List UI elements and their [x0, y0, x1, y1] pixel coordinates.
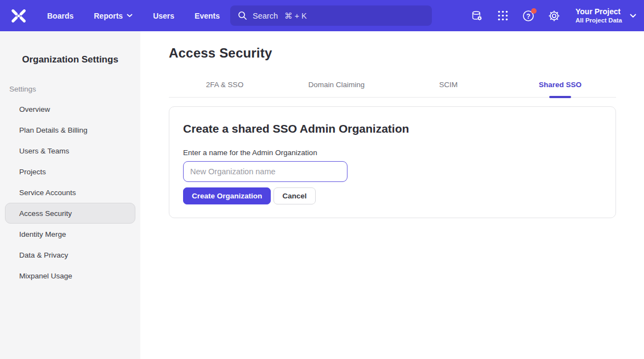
search-shortcut: ⌘ + K: [284, 12, 307, 20]
sidebar-item-identity-merge[interactable]: Identity Merge: [5, 224, 135, 244]
sidebar-item-service-accounts[interactable]: Service Accounts: [5, 182, 135, 203]
sidebar-item-users-teams[interactable]: Users & Teams: [5, 140, 135, 161]
card-actions: Create Organization Cancel: [183, 187, 602, 204]
sidebar-item-access-security[interactable]: Access Security: [5, 203, 135, 224]
nav-events[interactable]: Events: [195, 12, 220, 20]
sidebar-item-projects[interactable]: Projects: [5, 161, 135, 182]
help-icon[interactable]: ?: [522, 10, 534, 22]
svg-text:?: ?: [526, 12, 530, 20]
chevron-down-icon: [630, 14, 636, 18]
org-name-input[interactable]: [183, 161, 347, 182]
topbar: Boards Reports Users Events Search ⌘ + K: [0, 0, 644, 31]
sidebar-title: Organization Settings: [0, 54, 140, 65]
search-input[interactable]: Search ⌘ + K: [230, 5, 432, 26]
apps-grid-icon[interactable]: [497, 10, 509, 22]
settings-gear-icon[interactable]: [548, 10, 560, 22]
page-title: Access Security: [169, 45, 616, 61]
mixpanel-logo[interactable]: [9, 7, 29, 24]
topbar-right: ? Your Project All Project Data: [471, 0, 636, 31]
search-placeholder: Search: [253, 12, 278, 20]
tab-shared-sso[interactable]: Shared SSO: [504, 67, 616, 97]
search-icon: [238, 11, 247, 20]
tab-2fa-sso[interactable]: 2FA & SSO: [169, 67, 281, 97]
mixpanel-logo-icon: [10, 8, 27, 24]
data-management-icon[interactable]: [471, 10, 483, 22]
chevron-down-icon: [127, 14, 133, 18]
create-sso-org-card: Create a shared SSO Admin Organization E…: [169, 106, 616, 218]
nav-boards[interactable]: Boards: [47, 12, 73, 20]
nav-reports[interactable]: Reports: [94, 12, 133, 20]
access-security-tabs: 2FA & SSO Domain Claiming SCIM Shared SS…: [169, 67, 616, 98]
cancel-button[interactable]: Cancel: [273, 187, 315, 204]
sidebar-item-data-privacy[interactable]: Data & Privacy: [5, 244, 135, 265]
tab-scim[interactable]: SCIM: [392, 67, 504, 97]
tab-domain-claiming[interactable]: Domain Claiming: [281, 67, 392, 97]
org-settings-sidebar: Organization Settings Settings Overview …: [0, 31, 140, 359]
project-scope: All Project Data: [575, 16, 622, 25]
sidebar-item-mixpanel-usage[interactable]: Mixpanel Usage: [5, 265, 135, 286]
card-title: Create a shared SSO Admin Organization: [183, 122, 602, 135]
nav-users[interactable]: Users: [153, 12, 174, 20]
sidebar-section-label: Settings: [9, 85, 140, 93]
org-name-field-label: Enter a name for the Admin Organization: [183, 149, 602, 157]
sidebar-item-overview[interactable]: Overview: [5, 99, 135, 119]
active-tab-underline: [549, 96, 571, 98]
project-name: Your Project: [575, 7, 622, 16]
project-selector[interactable]: Your Project All Project Data: [575, 7, 636, 25]
create-organization-button[interactable]: Create Organization: [183, 187, 271, 204]
sidebar-item-plan-details-billing[interactable]: Plan Details & Billing: [5, 119, 135, 140]
notification-badge: [531, 8, 537, 14]
main-nav: Boards Reports Users Events: [47, 0, 220, 31]
main-content: Access Security 2FA & SSO Domain Claimin…: [140, 31, 644, 359]
